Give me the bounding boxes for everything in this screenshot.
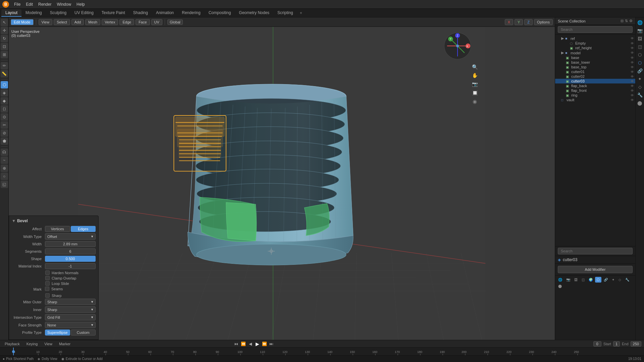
tab-add[interactable]: + bbox=[297, 10, 305, 16]
tree-item-cutter02[interactable]: ▣ cutter02 👁 bbox=[555, 74, 635, 79]
viewport-options-btn[interactable]: Options bbox=[534, 19, 553, 25]
tool-knife[interactable]: ✂ bbox=[1, 121, 8, 129]
tool-offset[interactable]: ⊙ bbox=[1, 113, 8, 121]
tree-item-base[interactable]: ▣ base 👁 bbox=[555, 55, 635, 60]
prop-tab-modifiers[interactable]: 🔧 bbox=[624, 277, 631, 283]
tree-item-empty[interactable]: ◌ Empty 👁 bbox=[555, 41, 635, 46]
timeline-play-back-btn[interactable]: ◀ bbox=[247, 341, 253, 347]
tree-item-flap-back[interactable]: ▣ flap_back 👁 bbox=[555, 83, 635, 88]
tab-compositing[interactable]: Compositing bbox=[205, 9, 235, 17]
tree-item-ring[interactable]: ▣ ring 👁 bbox=[555, 93, 635, 98]
timeline-jump-start-btn[interactable]: ⏮ bbox=[233, 341, 239, 347]
visibility-eye-icon[interactable]: 👁 bbox=[631, 37, 634, 40]
tool-bisect[interactable]: ⊘ bbox=[1, 129, 8, 137]
visibility-eye-icon[interactable]: 👁 bbox=[631, 79, 634, 83]
tool-rotate[interactable]: ↻ bbox=[1, 35, 8, 42]
visibility-eye-icon[interactable]: 👁 bbox=[631, 84, 634, 88]
3d-viewport[interactable]: Edit Mode View Select Add Mesh Vertex Ed… bbox=[9, 17, 555, 340]
tab-uv-editing[interactable]: UV Editing bbox=[70, 9, 98, 17]
tree-item-cutter03[interactable]: ▣ cutter03 👁 bbox=[555, 79, 635, 83]
rp-modifiers-icon[interactable]: 🔧 bbox=[636, 91, 644, 99]
tool-transform[interactable]: ⊞ bbox=[1, 51, 8, 58]
tree-item-base-lower[interactable]: ▣ base_lower 👁 bbox=[555, 60, 635, 65]
tab-texture-paint[interactable]: Texture Paint bbox=[98, 9, 129, 17]
bevel-material-index-value[interactable]: -1 bbox=[45, 263, 96, 269]
menu-help[interactable]: Help bbox=[74, 1, 88, 7]
rp-world-icon[interactable]: ⬡ bbox=[636, 51, 644, 58]
timeline-jump-end-btn[interactable]: ⏭ bbox=[268, 341, 274, 347]
viewport-mode-selector[interactable]: Edit Mode bbox=[11, 19, 34, 25]
bevel-sharp-checkbox[interactable] bbox=[45, 293, 50, 298]
bevel-seams-checkbox[interactable] bbox=[45, 287, 49, 291]
timeline-step-back-btn[interactable]: ⏪ bbox=[240, 341, 246, 347]
bevel-shape-value[interactable]: 0.500 bbox=[45, 256, 96, 262]
tool-scale[interactable]: ⊡ bbox=[1, 43, 8, 50]
viewport-add-btn[interactable]: Add bbox=[71, 19, 84, 25]
bevel-loop-slide-checkbox[interactable] bbox=[45, 281, 50, 286]
tool-move[interactable]: ✛ bbox=[1, 27, 8, 34]
bevel-face-strength-dropdown[interactable]: None ▾ bbox=[45, 322, 96, 328]
tab-rendering[interactable]: Rendering bbox=[178, 9, 204, 17]
prop-tab-particles[interactable]: ✦ bbox=[610, 277, 616, 283]
tree-item-ref[interactable]: ▶ ■ ref 👁 bbox=[555, 36, 635, 41]
rp-particles-icon[interactable]: ✦ bbox=[636, 75, 644, 82]
tool-smooth[interactable]: ○ bbox=[1, 173, 8, 180]
prop-tab-constraints[interactable]: 🔗 bbox=[602, 277, 609, 283]
tool-bevel[interactable]: ◆ bbox=[1, 97, 8, 105]
outliner-search-input[interactable] bbox=[558, 26, 633, 33]
bevel-vertices-btn[interactable]: Vertices bbox=[45, 226, 70, 232]
bevel-miter-outer-dropdown[interactable]: Sharp ▾ bbox=[45, 299, 96, 305]
visibility-eye-icon[interactable]: 👁 bbox=[631, 65, 634, 69]
bevel-panel-header[interactable]: ▼ Bevel bbox=[12, 219, 96, 223]
menu-render[interactable]: Render bbox=[36, 1, 54, 7]
tool-inset[interactable]: ◈ bbox=[1, 89, 8, 97]
bevel-width-value[interactable]: 2.89 mm bbox=[45, 241, 96, 247]
rp-output-icon[interactable]: 🖼 bbox=[636, 35, 644, 42]
bevel-inner-dropdown[interactable]: Sharp ▾ bbox=[45, 306, 96, 313]
visibility-eye-icon[interactable]: 👁 bbox=[631, 98, 634, 102]
viewport-face-btn[interactable]: Face bbox=[136, 19, 150, 25]
rp-scene-icon[interactable]: 🌐 bbox=[636, 19, 644, 26]
bevel-harden-normals-checkbox[interactable] bbox=[45, 270, 50, 275]
viewport-x-axis[interactable]: X bbox=[505, 19, 513, 25]
bevel-width-type-dropdown[interactable]: Offset ▾ bbox=[45, 233, 96, 240]
prop-tab-render[interactable]: 📷 bbox=[565, 277, 572, 283]
viewport-vertex-btn[interactable]: Vertex bbox=[102, 19, 118, 25]
bevel-superellipse-btn[interactable]: Superellipse bbox=[45, 329, 70, 336]
viewport-mesh-btn[interactable]: Mesh bbox=[85, 19, 100, 25]
outliner-filter-icon[interactable]: ⊟ bbox=[621, 19, 624, 23]
tab-shading[interactable]: Shading bbox=[129, 9, 152, 17]
prop-tab-scene[interactable]: 🌐 bbox=[556, 277, 564, 283]
tree-item-vault[interactable]: □ vault 👁 bbox=[555, 98, 635, 102]
visibility-eye-icon[interactable]: 👁 bbox=[631, 46, 634, 50]
timeline-marker-btn[interactable]: Marker bbox=[57, 342, 72, 346]
bevel-custom-btn[interactable]: Custom bbox=[71, 329, 96, 336]
visibility-eye-icon[interactable]: 👁 bbox=[631, 70, 634, 74]
tab-sculpting[interactable]: Sculpting bbox=[46, 9, 70, 17]
tab-modeling[interactable]: Modeling bbox=[21, 9, 46, 17]
viewport-select-btn[interactable]: Select bbox=[54, 19, 70, 25]
menu-edit[interactable]: Edit bbox=[23, 1, 36, 7]
prop-tab-output[interactable]: 🖼 bbox=[573, 277, 579, 283]
tool-shear[interactable]: ◱ bbox=[1, 181, 8, 188]
tool-poly[interactable]: ⬟ bbox=[1, 137, 8, 145]
visibility-eye-icon[interactable]: 👁 bbox=[631, 89, 634, 93]
viewport-y-axis[interactable]: Y bbox=[515, 19, 523, 25]
rp-viewlayer-icon[interactable]: ◫ bbox=[636, 43, 644, 50]
tool-relax[interactable]: ~ bbox=[1, 157, 8, 164]
tab-animation[interactable]: Animation bbox=[152, 9, 178, 17]
prop-tab-object[interactable]: ⬡ bbox=[595, 277, 601, 283]
viewport-edge-btn[interactable]: Edge bbox=[119, 19, 134, 25]
visibility-eye-icon[interactable]: 👁 bbox=[631, 56, 634, 60]
add-modifier-button[interactable]: Add Modifier bbox=[558, 266, 633, 273]
tab-scripting[interactable]: Scripting bbox=[273, 9, 297, 17]
properties-search-input[interactable] bbox=[558, 248, 633, 254]
tool-grab[interactable]: ☊ bbox=[1, 148, 8, 156]
tab-layout[interactable]: Layout bbox=[1, 9, 21, 17]
outliner-settings-icon[interactable]: ⚙ bbox=[629, 19, 633, 23]
tool-extrude[interactable]: ⬡ bbox=[1, 81, 8, 88]
rp-shader-icon[interactable]: ⬤ bbox=[636, 99, 644, 107]
rp-constraints-icon[interactable]: 🔗 bbox=[636, 67, 644, 74]
rp-physics-icon[interactable]: ◇ bbox=[636, 83, 644, 90]
tree-item-ref-height[interactable]: ▣ ref_height 👁 bbox=[555, 46, 635, 50]
